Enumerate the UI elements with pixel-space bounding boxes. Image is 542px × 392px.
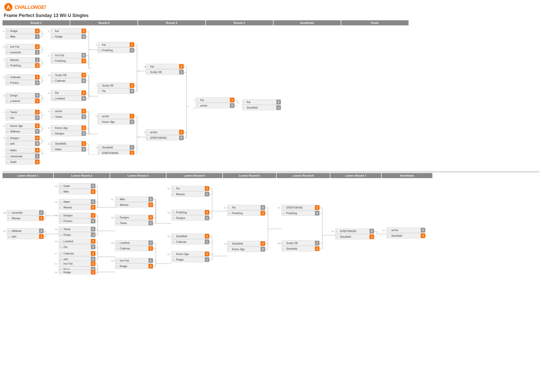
svg-text:3: 3	[231, 99, 233, 101]
svg-text:Dongo: Dongo	[10, 94, 18, 97]
svg-text:S: S	[96, 44, 97, 46]
svg-text:13: 13	[60, 252, 62, 255]
svg-text:13: 13	[52, 80, 54, 82]
svg-text:AV: AV	[277, 207, 280, 209]
svg-text:archer: archer	[55, 110, 62, 113]
svg-text:2: 2	[37, 161, 38, 163]
svg-text:16: 16	[60, 271, 62, 274]
svg-text:I: I	[3, 149, 4, 152]
svg-text:EFB|TH3KING: EFB|TH3KING	[102, 152, 119, 155]
svg-text:AY: AY	[382, 229, 385, 232]
svg-text:1: 1	[181, 71, 182, 74]
svg-text:1: 1	[52, 30, 53, 32]
svg-text:10: 10	[172, 217, 175, 219]
svg-text:Round 3: Round 3	[166, 21, 177, 24]
svg-text:Scotty OB: Scotty OB	[102, 84, 113, 87]
svg-text:Kesno Jiga: Kesno Jiga	[55, 127, 68, 129]
logo-text: CHALLONGE!	[14, 4, 46, 10]
svg-text:ProfeDog: ProfeDog	[10, 64, 21, 67]
svg-text:Z: Z	[193, 107, 195, 110]
svg-text:AR: AR	[167, 235, 171, 238]
svg-text:0: 0	[262, 248, 264, 251]
svg-text:Stockfield: Stockfield	[55, 142, 66, 145]
svg-text:17: 17	[116, 198, 118, 201]
svg-text:2: 2	[83, 60, 84, 62]
svg-text:ProfeDog: ProfeDog	[286, 212, 297, 215]
svg-text:Massey: Massey	[12, 217, 20, 220]
svg-text:21: 21	[60, 240, 62, 243]
svg-text:2: 2	[41, 235, 42, 238]
svg-text:0: 0	[41, 230, 42, 232]
svg-text:Massey: Massey	[63, 206, 72, 209]
svg-text:Crabman: Crabman	[10, 76, 21, 79]
svg-text:0: 0	[83, 35, 84, 38]
svg-text:17: 17	[6, 36, 9, 38]
svg-text:Adam: Adam	[55, 148, 62, 151]
svg-text:0: 0	[278, 101, 279, 104]
svg-text:O: O	[48, 110, 50, 113]
svg-text:AE: AE	[55, 201, 58, 203]
svg-text:Zac: Zac	[63, 246, 68, 248]
svg-text:20: 20	[6, 82, 9, 84]
svg-text:K: K	[48, 30, 50, 32]
svg-text:2: 2	[262, 242, 264, 245]
svg-text:0: 0	[41, 211, 42, 214]
svg-text:Y: Y	[193, 99, 195, 101]
svg-text:3: 3	[172, 235, 174, 238]
svg-text:Mike: Mike	[10, 35, 16, 38]
svg-text:AH: AH	[55, 240, 58, 243]
svg-text:Gadd: Gadd	[10, 161, 16, 163]
svg-text:ProfeDog: ProfeDog	[232, 212, 243, 215]
svg-text:14: 14	[60, 201, 62, 203]
svg-text:N: N	[48, 92, 50, 94]
svg-text:j.method: j.method	[63, 240, 73, 243]
svg-text:Losers Round 6: Losers Round 6	[293, 174, 314, 177]
svg-text:Massey: Massey	[176, 193, 185, 196]
svg-text:2: 2	[37, 111, 38, 114]
svg-text:8: 8	[60, 263, 61, 265]
svg-text:13: 13	[172, 241, 175, 243]
svg-text:sunseeds: sunseeds	[10, 51, 21, 54]
svg-text:0: 0	[181, 137, 182, 139]
svg-text:Mike: Mike	[120, 198, 125, 201]
svg-text:2: 2	[131, 84, 133, 87]
svg-text:Kai: Kai	[247, 101, 250, 104]
svg-text:AW: AW	[277, 242, 281, 245]
svg-text:1: 1	[243, 101, 244, 104]
svg-text:AS: AS	[167, 253, 170, 255]
svg-text:2: 2	[206, 187, 208, 190]
svg-text:archer: archer	[200, 104, 208, 107]
svg-text:1: 1	[37, 35, 38, 38]
svg-text:2: 2	[52, 110, 53, 113]
svg-text:B: B	[3, 46, 5, 48]
svg-text:AJ: AJ	[55, 263, 57, 265]
svg-text:Round 4: Round 4	[234, 21, 245, 24]
svg-text:2: 2	[37, 149, 38, 152]
svg-text:0: 0	[92, 220, 94, 223]
svg-text:Wildman: Wildman	[10, 130, 20, 133]
svg-text:13: 13	[6, 76, 9, 79]
svg-text:2: 2	[37, 100, 38, 103]
svg-text:Kesno Jiga: Kesno Jiga	[232, 248, 245, 251]
svg-text:AP: AP	[167, 188, 170, 190]
svg-text:AO: AO	[111, 260, 114, 262]
svg-text:0: 0	[37, 142, 38, 145]
svg-text:Crabman: Crabman	[120, 247, 130, 250]
svg-text:Kesno Jiga: Kesno Jiga	[102, 121, 115, 123]
header: CHALLONGE!	[0, 0, 542, 13]
svg-text:Scotty OB: Scotty OB	[150, 71, 162, 74]
svg-text:C: C	[3, 59, 5, 61]
svg-text:AF: AF	[55, 214, 58, 217]
svg-text:AQ: AQ	[167, 211, 171, 214]
svg-text:AT: AT	[224, 207, 226, 209]
svg-text:0: 0	[83, 79, 84, 82]
svg-text:Twixie: Twixie	[120, 222, 127, 225]
svg-text:0: 0	[231, 104, 233, 107]
svg-text:AM: AM	[111, 216, 114, 219]
svg-text:2: 2	[131, 152, 133, 155]
svg-text:23: 23	[6, 143, 9, 145]
svg-text:Round 1: Round 1	[30, 21, 42, 24]
svg-text:5: 5	[228, 207, 229, 209]
svg-text:1: 1	[150, 242, 151, 244]
svg-text:2: 2	[83, 142, 84, 145]
